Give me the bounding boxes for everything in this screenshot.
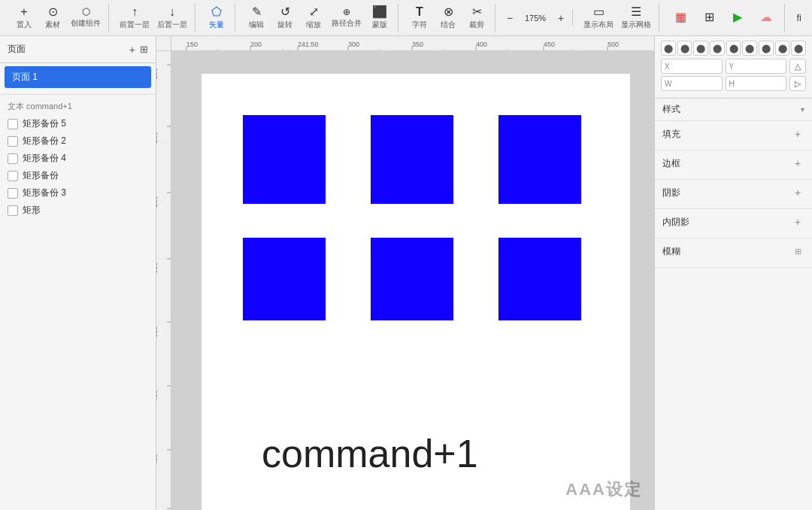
svg-text:450: 450 xyxy=(156,454,159,465)
w-input[interactable] xyxy=(674,79,718,88)
rect-4 xyxy=(243,238,326,320)
blur-header: 模糊 ⊞ xyxy=(662,244,804,258)
fill-add-btn[interactable]: + xyxy=(791,127,804,141)
text-btn[interactable]: T 字符 xyxy=(406,4,433,32)
zoom-window-icon: ▭ xyxy=(593,6,604,18)
layer-rect-copy-checkbox[interactable] xyxy=(8,171,18,181)
rect-3 xyxy=(498,115,581,204)
x-input[interactable] xyxy=(673,62,719,71)
layer-rect-checkbox[interactable] xyxy=(8,205,18,216)
canvas-page: command+1 xyxy=(201,74,630,510)
path-combine-btn[interactable]: ⊕ 路径合并 xyxy=(329,4,365,32)
sidebar-add-btn[interactable]: + xyxy=(129,44,135,56)
display-icon: ☰ xyxy=(631,6,641,18)
blur-add-btn[interactable]: ⊞ xyxy=(791,244,804,258)
crop-btn[interactable]: ✂ 裁剪 xyxy=(463,4,490,32)
align-center-btn[interactable]: ⬤ xyxy=(677,41,692,56)
assets-btn[interactable]: ⊙ 素材 xyxy=(39,4,66,32)
w-field[interactable]: W xyxy=(661,76,723,91)
sidebar-header-actions: + ⊞ xyxy=(129,44,148,56)
rect-6 xyxy=(498,238,581,320)
border-add-btn[interactable]: + xyxy=(791,156,804,170)
align-middle-btn[interactable]: ⬤ xyxy=(726,41,741,56)
combine-btn[interactable]: ⊗ 结合 xyxy=(435,4,462,32)
align-bottom-btn[interactable]: ⬤ xyxy=(742,41,757,56)
h-input[interactable] xyxy=(738,79,783,88)
svg-text:500: 500 xyxy=(607,41,619,48)
wh-row: W H ▷ xyxy=(661,76,806,91)
mask-icon: ⬛ xyxy=(372,6,387,18)
page-1-item[interactable]: 页面 1 xyxy=(5,66,151,88)
align-extra-btn[interactable]: ⬤ xyxy=(791,41,806,56)
zoom-plus-btn[interactable]: + xyxy=(553,10,569,26)
fill-label: 填充 xyxy=(662,128,680,141)
corner-btn-1[interactable]: △ xyxy=(789,59,806,74)
scale-btn[interactable]: ⤢ 缩放 xyxy=(300,4,327,32)
layer-rect2-checkbox[interactable] xyxy=(8,136,18,147)
style-collapse-icon[interactable]: ▾ xyxy=(801,105,804,114)
layer-rect4-checkbox[interactable] xyxy=(8,153,18,164)
preview-btn[interactable]: ▶ xyxy=(724,4,751,32)
distribute-v-btn[interactable]: ⬤ xyxy=(775,41,790,56)
scale-icon: ⤢ xyxy=(309,6,319,18)
text-section-label: 文本 command+1 xyxy=(0,98,156,115)
align-left-btn[interactable]: ⬤ xyxy=(661,41,676,56)
rect-5 xyxy=(371,238,453,320)
zoom-window-btn[interactable]: ▭ 显示布局 xyxy=(580,4,617,32)
left-sidebar: 页面 + ⊞ 页面 1 文本 command+1 矩形备份 5 矩形备份 2 矩… xyxy=(0,36,156,510)
rotate-btn[interactable]: ↺ 旋转 xyxy=(271,4,298,32)
mask-btn[interactable]: ⬛ 蒙版 xyxy=(366,4,393,32)
ruler-corner xyxy=(156,36,171,51)
vector-btn[interactable]: ⬠ 矢量 xyxy=(203,4,230,32)
y-input[interactable] xyxy=(737,62,783,71)
toolbar-group-vector: ⬠ 矢量 xyxy=(198,4,235,32)
border-section: 边框 + xyxy=(655,150,812,180)
create-component-btn[interactable]: ⬡ 创建组件 xyxy=(68,4,104,32)
rect-2 xyxy=(371,115,453,204)
layer-rect4[interactable]: 矩形备份 4 xyxy=(0,150,156,167)
layer-rect-copy[interactable]: 矩形备份 xyxy=(0,167,156,184)
edit-btn[interactable]: ✎ 编辑 xyxy=(243,4,270,32)
inner-shadow-add-btn[interactable]: + xyxy=(791,215,804,229)
layer-rect3-checkbox[interactable] xyxy=(8,188,18,199)
canvas-area[interactable]: command+1 xyxy=(171,51,654,510)
align-right-btn[interactable]: ⬤ xyxy=(693,41,708,56)
layer-rect5[interactable]: 矩形备份 5 xyxy=(0,115,156,132)
layer-rect[interactable]: 矩形 xyxy=(0,202,156,219)
zoom-minus-btn[interactable]: − xyxy=(501,10,518,26)
layer-rect2[interactable]: 矩形备份 2 xyxy=(0,132,156,150)
sidebar-grid-btn[interactable]: ⊞ xyxy=(140,44,148,56)
svg-text:300: 300 xyxy=(348,41,359,48)
preview-icon: ▶ xyxy=(733,11,742,23)
layer-rect5-checkbox[interactable] xyxy=(8,119,18,129)
toolbar-group-layer: ↑ 前置一层 ↓ 后置一层 xyxy=(112,4,195,32)
shadow-header: 阴影 + xyxy=(662,186,804,199)
toolbar-group-edit: ✎ 编辑 ↺ 旋转 ⤢ 缩放 ⊕ 路径合并 ⬛ 蒙版 xyxy=(238,4,398,32)
send-backward-btn[interactable]: ↓ 后置一层 xyxy=(154,4,190,32)
y-field[interactable]: Y xyxy=(726,59,787,74)
inner-shadow-header: 内阴影 + xyxy=(662,215,804,229)
distribute-h-btn[interactable]: ⬤ xyxy=(759,41,774,56)
corner-btn-2[interactable]: ▷ xyxy=(789,76,806,91)
path-combine-icon: ⊕ xyxy=(343,8,350,17)
shadow-add-btn[interactable]: + xyxy=(791,186,804,199)
layer-rect3[interactable]: 矩形备份 3 xyxy=(0,184,156,202)
svg-text:150: 150 xyxy=(156,68,159,79)
cloud-btn[interactable]: ☁ xyxy=(753,4,780,32)
x-field[interactable]: X xyxy=(661,59,723,74)
fill-section: 填充 + xyxy=(655,121,812,150)
bring-forward-btn[interactable]: ↑ 前置一层 xyxy=(117,4,153,32)
show-layout-btn[interactable]: ▦ xyxy=(667,4,694,32)
style-label: 样式 xyxy=(662,103,680,116)
insert-btn[interactable]: + 置入 xyxy=(11,4,38,32)
toolbar-group-display: ▭ 显示布局 ☰ 显示网格 xyxy=(576,4,659,32)
canvas-container[interactable]: 150 200 241:50 300 350 400 450 500 xyxy=(156,36,654,510)
align-top-btn[interactable]: ⬤ xyxy=(710,41,725,56)
h-field[interactable]: H xyxy=(726,76,787,91)
display-btn[interactable]: ☰ 显示网格 xyxy=(618,4,654,32)
component-icon: ⬡ xyxy=(82,7,90,17)
svg-text:200: 200 xyxy=(250,41,262,48)
svg-text:400: 400 xyxy=(156,390,159,401)
show-grid-btn[interactable]: ⊞ xyxy=(695,4,723,32)
shadow-label: 阴影 xyxy=(662,187,680,199)
